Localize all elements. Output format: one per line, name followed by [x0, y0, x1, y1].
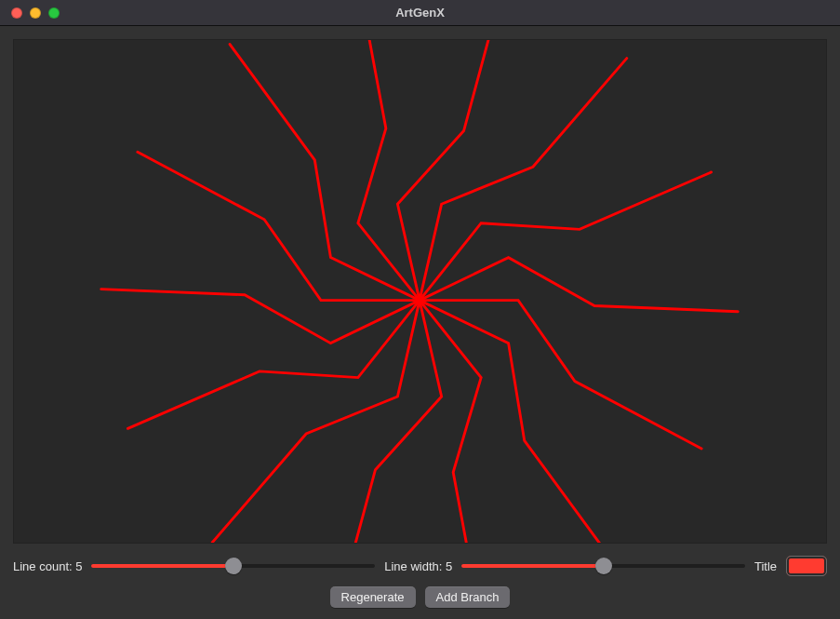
art-branch — [420, 258, 738, 312]
line-width-slider[interactable] — [461, 557, 745, 575]
line-count-slider[interactable] — [91, 557, 375, 575]
slider-thumb[interactable] — [595, 558, 612, 574]
controls-row: Line count: 5 Line width: 5 Title — [13, 544, 827, 575]
window-controls — [0, 7, 60, 19]
slider-fill — [461, 564, 603, 568]
color-label: Title — [754, 559, 777, 573]
color-swatch[interactable] — [786, 556, 827, 576]
art-branch — [101, 289, 420, 343]
add-branch-button[interactable]: Add Branch — [425, 586, 511, 608]
art-branch — [138, 152, 420, 300]
generated-art — [14, 40, 826, 543]
art-branch — [230, 45, 420, 301]
minimize-icon[interactable] — [30, 7, 41, 19]
art-branch — [420, 301, 701, 449]
regenerate-button[interactable]: Regenerate — [330, 586, 416, 608]
zoom-icon[interactable] — [48, 7, 60, 19]
window-title: ArtGenX — [0, 6, 840, 20]
line-width-label: Line width: 5 — [384, 559, 452, 573]
slider-thumb[interactable] — [225, 558, 242, 574]
close-icon[interactable] — [11, 7, 22, 19]
titlebar: ArtGenX — [0, 0, 840, 26]
buttons-row: Regenerate Add Branch — [13, 575, 827, 608]
art-branch — [420, 172, 712, 301]
art-branch — [127, 301, 420, 429]
art-branch — [212, 301, 420, 543]
art-branch — [420, 59, 627, 301]
slider-fill — [91, 564, 233, 568]
line-count-label: Line count: 5 — [13, 559, 82, 573]
art-canvas[interactable] — [13, 39, 827, 544]
window-body: Line count: 5 Line width: 5 Title Regene… — [0, 26, 840, 619]
